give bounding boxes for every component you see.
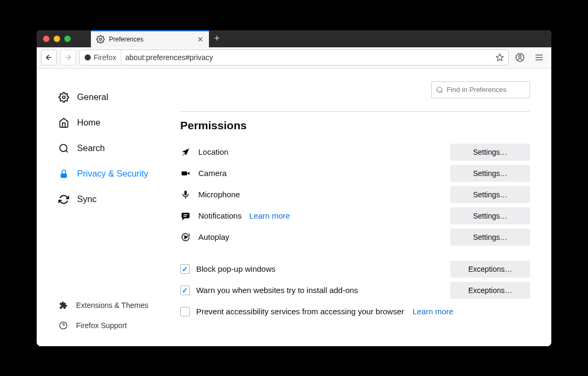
permission-row-location: Location Settings… [180,141,530,163]
browser-window: Preferences ✕ + Firefox about:preference… [37,30,551,346]
section-title: Permissions [180,119,530,132]
close-tab-icon[interactable]: ✕ [197,35,204,44]
checkbox-row-accessibility: Prevent accessibility services from acce… [180,301,530,322]
gear-icon [58,92,70,103]
sidebar-item-general[interactable]: General [58,85,180,110]
search-icon [436,86,443,94]
help-icon [58,321,69,330]
sidebar-footer-support[interactable]: Firefox Support [58,315,180,336]
checkbox-label: Block pop-up windows [196,264,275,273]
url-bar[interactable]: Firefox about:preferences#privacy [79,49,509,65]
identity-label: Firefox [94,53,116,62]
search-icon [58,143,70,154]
svg-line-15 [441,91,443,93]
permission-label: Notifications [198,211,242,220]
forward-button[interactable] [60,49,76,65]
window-controls [37,36,71,42]
url-text: about:preferences#privacy [121,53,491,62]
section-divider [180,111,530,112]
sidebar-footer-extensions[interactable]: Extensions & Themes [58,295,180,315]
sidebar-item-label: Sync [77,194,97,204]
account-icon[interactable] [512,49,528,65]
checkbox-label: Warn you when websites try to install ad… [196,286,358,295]
notification-icon [180,211,191,221]
lock-icon [58,169,70,179]
gear-icon [96,35,105,44]
svg-point-9 [60,144,67,151]
autoplay-icon [180,232,191,242]
sidebar-item-home[interactable]: Home [58,110,180,136]
checkbox-row-addons: Warn you when websites try to install ad… [180,280,530,301]
settings-button[interactable]: Settings… [450,186,530,203]
permission-row-notifications: Notifications Learn more Settings… [180,205,530,227]
sidebar-item-label: Home [77,118,100,128]
maximize-window-icon[interactable] [64,36,71,42]
exceptions-button[interactable]: Exceptions… [450,261,530,278]
permission-row-camera: Camera Settings… [180,163,530,184]
settings-button[interactable]: Settings… [450,165,530,182]
bookmark-star-icon[interactable] [491,53,508,62]
learn-more-link[interactable]: Learn more [249,211,290,220]
svg-rect-16 [182,171,188,176]
settings-button[interactable]: Settings… [450,144,530,161]
sidebar-item-sync[interactable]: Sync [58,187,180,212]
permission-label: Autoplay [198,232,229,241]
search-placeholder: Find in Preferences [447,86,507,94]
menu-icon[interactable] [531,49,547,65]
permission-label: Location [198,147,229,156]
content-area: General Home Search Privacy & Security [37,69,551,346]
sidebar-item-label: Privacy & Security [77,169,148,179]
main-panel: Find in Preferences Permissions Location… [180,69,551,346]
svg-point-1 [85,54,91,61]
permission-label: Microphone [198,190,240,199]
settings-button[interactable]: Settings… [450,207,530,224]
checkbox-label: Prevent accessibility services from acce… [196,307,404,316]
svg-point-14 [437,87,442,91]
close-window-icon[interactable] [43,36,49,42]
svg-point-8 [63,96,65,98]
sidebar-item-privacy[interactable]: Privacy & Security [58,161,180,187]
toolbar: Firefox about:preferences#privacy [37,47,551,69]
learn-more-link[interactable]: Learn more [413,307,453,316]
permission-label: Camera [198,169,226,178]
microphone-icon [180,190,191,199]
sidebar-footer-label: Firefox Support [76,321,127,330]
sync-icon [58,194,70,205]
sidebar: General Home Search Privacy & Security [37,69,180,346]
svg-rect-20 [182,213,189,218]
svg-marker-17 [187,172,190,175]
svg-rect-18 [184,190,187,195]
checkbox[interactable] [180,264,190,274]
location-icon [180,147,191,157]
firefox-icon [84,54,91,61]
sidebar-item-search[interactable]: Search [58,136,180,161]
puzzle-icon [58,301,69,310]
svg-marker-2 [496,54,503,61]
svg-rect-11 [61,173,67,178]
permission-row-microphone: Microphone Settings… [180,184,530,205]
checkbox-row-popups: Block pop-up windows Exceptions… [180,258,530,280]
tab-preferences[interactable]: Preferences ✕ [91,30,209,47]
back-button[interactable] [41,49,57,65]
svg-point-0 [99,38,102,40]
minimize-window-icon[interactable] [54,36,60,42]
sidebar-item-label: General [77,92,108,102]
svg-point-4 [519,55,522,58]
sidebar-footer-label: Extensions & Themes [76,301,148,310]
tab-title: Preferences [109,36,144,43]
settings-button[interactable]: Settings… [450,229,530,246]
exceptions-button[interactable]: Exceptions… [450,282,530,299]
checkbox[interactable] [180,286,190,295]
search-input[interactable]: Find in Preferences [431,81,530,98]
identity-box[interactable]: Firefox [80,50,121,65]
home-icon [58,118,70,128]
titlebar: Preferences ✕ + [37,30,551,47]
svg-line-10 [66,150,68,152]
checkbox[interactable] [180,307,190,316]
camera-icon [180,169,191,178]
sidebar-item-label: Search [77,143,105,153]
new-tab-button[interactable]: + [209,30,225,47]
permission-row-autoplay: Autoplay Settings… [180,227,530,248]
